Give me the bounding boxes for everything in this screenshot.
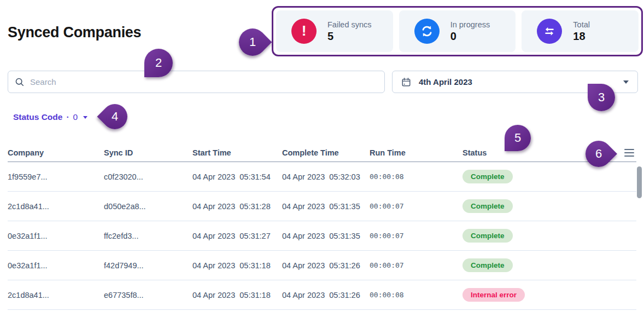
company-cell: 0e32a1f1... (8, 232, 104, 240)
column-header-company[interactable]: Company (8, 148, 104, 157)
sync-id-cell: f42d7949... (104, 261, 192, 270)
status-badge: Complete (462, 199, 513, 213)
total-card: Total 18 (522, 10, 639, 52)
annotation-marker-2: 2 (144, 49, 173, 77)
status-filter-separator: · (66, 112, 69, 122)
annotation-number: 1 (249, 35, 256, 49)
column-header-start-time[interactable]: Start Time (192, 148, 282, 157)
complete-time-cell: 04 Apr 2023 05:31:26 (282, 261, 370, 270)
annotation-number: 6 (595, 147, 602, 161)
scrollbar-thumb[interactable] (637, 166, 642, 198)
run-time-cell: 00:00:07 (370, 202, 462, 210)
run-time-cell: 00:00:07 (370, 261, 462, 269)
annotation-number: 3 (598, 90, 605, 105)
calendar-icon (401, 77, 411, 87)
in-progress-card: In progress 0 (399, 10, 516, 52)
table-row[interactable]: 2c1d8a41... e67735f8... 04 Apr 2023 05:3… (8, 280, 636, 310)
transfer-arrows-icon (537, 19, 562, 44)
status-code-filter[interactable]: Status Code · 0 (13, 112, 87, 122)
stat-value: 5 (327, 30, 372, 43)
run-time-cell: 00:00:08 (370, 172, 462, 181)
table-row[interactable]: 2c1d8a41... d050e2a8... 04 Apr 2023 05:3… (8, 192, 636, 221)
search-icon (15, 77, 25, 87)
complete-time-cell: 04 Apr 2023 05:31:26 (282, 291, 370, 300)
complete-time-cell: 04 Apr 2023 05:31:35 (282, 232, 370, 240)
alert-icon: ! (291, 19, 317, 44)
table-header-row: Company Sync ID Start Time Complete Time… (8, 143, 636, 162)
start-time-cell: 04 Apr 2023 05:31:28 (192, 202, 282, 211)
start-time-cell: 04 Apr 2023 05:31:27 (192, 232, 282, 240)
table-row[interactable]: 0e32a1f1... ffc2efd3... 04 Apr 2023 05:3… (8, 221, 636, 251)
column-header-run-time[interactable]: Run Time (370, 148, 462, 157)
table-menu-icon[interactable] (624, 149, 634, 159)
start-time-cell: 04 Apr 2023 05:31:18 (192, 291, 282, 300)
stat-value: 0 (450, 30, 490, 43)
annotation-marker-4: 4 (97, 99, 132, 134)
chevron-down-icon (623, 80, 629, 84)
column-header-sync-id[interactable]: Sync ID (104, 148, 192, 157)
stat-label: In progress (450, 20, 490, 29)
page-title: Synced Companies (8, 24, 141, 41)
start-time-cell: 04 Apr 2023 05:31:54 (192, 172, 282, 181)
stat-value: 18 (573, 30, 590, 43)
status-badge: Complete (462, 258, 513, 272)
company-cell: 0e32a1f1... (8, 261, 104, 270)
status-filter-label: Status Code (13, 112, 62, 122)
annotation-marker-1: 1 (233, 23, 272, 62)
complete-time-cell: 04 Apr 2023 05:32:03 (282, 172, 370, 181)
table-row[interactable]: 1f9559e7... c0f23020... 04 Apr 2023 05:3… (8, 162, 636, 192)
company-cell: 2c1d8a41... (8, 291, 104, 300)
column-header-complete-time[interactable]: Complete Time (282, 148, 370, 157)
run-time-cell: 00:00:07 (370, 232, 462, 240)
company-cell: 1f9559e7... (8, 172, 104, 181)
annotation-number: 4 (112, 110, 118, 124)
sync-id-cell: c0f23020... (104, 172, 192, 181)
annotation-marker-3: 3 (588, 84, 615, 111)
date-picker-value: 4th April 2023 (419, 77, 616, 87)
table-row[interactable]: 0e32a1f1... f42d7949... 04 Apr 2023 05:3… (8, 251, 636, 280)
status-badge: Complete (462, 170, 513, 183)
annotation-marker-5: 5 (505, 125, 531, 151)
sync-id-cell: e67735f8... (104, 291, 192, 300)
annotation-number: 5 (514, 131, 521, 145)
refresh-icon (414, 19, 440, 44)
status-filter-count: 0 (73, 112, 78, 122)
stat-label: Total (573, 20, 590, 29)
synced-companies-page: Synced Companies ! Failed syncs 5 In pro… (0, 0, 644, 311)
sync-id-cell: d050e2a8... (104, 202, 192, 211)
search-box[interactable] (8, 71, 385, 93)
status-badge: Complete (462, 229, 513, 243)
sync-table: Company Sync ID Start Time Complete Time… (8, 143, 636, 310)
chevron-down-icon (83, 116, 87, 119)
complete-time-cell: 04 Apr 2023 05:31:35 (282, 202, 370, 211)
search-input[interactable] (30, 77, 378, 87)
annotation-number: 2 (155, 56, 162, 70)
company-cell: 2c1d8a41... (8, 202, 104, 211)
start-time-cell: 04 Apr 2023 05:31:18 (192, 261, 282, 270)
stat-label: Failed syncs (327, 20, 372, 29)
run-time-cell: 00:00:08 (370, 291, 462, 299)
status-badge: Internal error (462, 288, 525, 302)
sync-id-cell: ffc2efd3... (104, 232, 192, 240)
stats-row: ! Failed syncs 5 In progress 0 (276, 10, 639, 52)
failed-syncs-card: ! Failed syncs 5 (276, 10, 393, 52)
